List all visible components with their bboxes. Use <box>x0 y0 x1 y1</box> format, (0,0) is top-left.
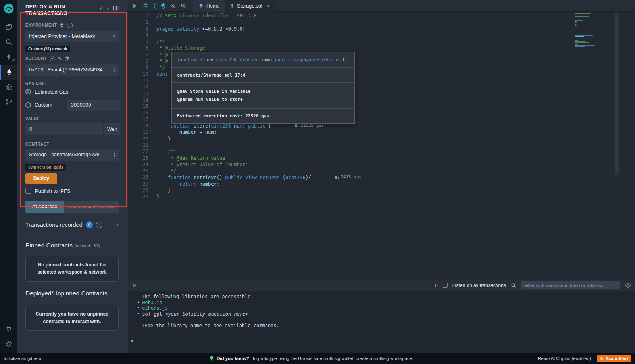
select-carets-icon: ▴▾ <box>115 127 117 132</box>
account-select[interactable]: 0xA03...85ac4 (0.398673504934 ▴▾ <box>25 64 119 76</box>
expand-terminal-icon[interactable] <box>132 283 137 288</box>
panel-chevron-icon[interactable]: › <box>107 5 109 11</box>
panel-title: DEPLOY & RUN TRANSACTIONS <box>25 4 92 17</box>
activity-bar: ✓ <box>0 0 17 353</box>
home-icon <box>198 3 204 8</box>
tooltip-location: contracts/Storage.sol 17:4 <box>172 67 354 82</box>
code-editor[interactable]: 1234567891011121314151617181920212223242… <box>128 12 635 280</box>
terminal-search-icon[interactable] <box>511 283 516 288</box>
compile-success-check-icon: ✓ <box>12 58 15 63</box>
tooltip-signature: function store (uint256 internal num) pu… <box>172 52 354 67</box>
evm-version-badge: evm version: paris <box>25 164 66 171</box>
sign-message-icon[interactable]: ✎ <box>58 56 62 61</box>
value-unit: Wei <box>107 126 115 132</box>
custom-gas-input[interactable] <box>67 100 120 111</box>
panel-divider <box>17 235 128 235</box>
custom-gas-radio[interactable] <box>25 102 31 108</box>
plug-icon[interactable] <box>60 23 64 28</box>
deploy-run-panel: DEPLOY & RUN TRANSACTIONS ✓ › ENVIRONMEN… <box>17 0 128 353</box>
listen-transactions-checkbox[interactable] <box>443 283 448 288</box>
value-unit-select[interactable]: Wei ▴▾ <box>104 123 120 135</box>
chevron-down-icon: ▾ <box>113 34 115 39</box>
settings-icon[interactable] <box>0 336 17 351</box>
pinned-empty-message: No pinned contracts found for selected w… <box>25 256 119 282</box>
transactions-recorded-label: Transactions recorded <box>25 222 83 228</box>
solidity-file-icon <box>230 4 234 8</box>
run-script-icon[interactable] <box>132 3 138 9</box>
tip-bulb-icon <box>210 356 214 361</box>
copy-account-icon[interactable] <box>65 56 69 61</box>
at-address-button[interactable]: At Address <box>25 201 64 213</box>
environment-select[interactable]: Injected Provider - MetaMask ▾ <box>25 31 119 42</box>
environment-info-icon[interactable]: i <box>67 23 73 28</box>
zoom-in-icon[interactable] <box>181 3 187 9</box>
contract-value: Storage - contracts/Storage.sol <box>29 151 114 157</box>
remix-logo[interactable] <box>3 3 15 15</box>
listen-transactions-label: Listen on all transactions <box>452 283 506 288</box>
pinned-contracts-heading: Pinned Contracts (network: 31) <box>25 242 119 249</box>
git-icon[interactable] <box>0 95 17 110</box>
deployed-contracts-heading: Deployed/Unpinned Contracts <box>25 290 119 297</box>
hover-tooltip: function store (uint256 internal num) pu… <box>171 52 355 124</box>
git-init-button[interactable]: Initialize as git repo <box>4 356 42 361</box>
gutter: 1234567891011121314151617181920212223242… <box>128 13 148 200</box>
tab-label: Home <box>206 3 219 9</box>
close-tab-icon[interactable]: × <box>266 3 269 9</box>
publish-ipfs-label: Publish to IPFS <box>35 188 71 194</box>
workspaces-icon[interactable] <box>0 19 17 34</box>
terminal-tx-count: 0 <box>435 283 438 288</box>
tab-storage-sol[interactable]: Storage.sol × <box>225 0 275 12</box>
tip-text: To prototype using the Gnosis safe multi… <box>252 356 414 361</box>
estimated-gas-radio[interactable] <box>25 89 31 94</box>
ai-copilot-icon[interactable] <box>142 2 149 9</box>
add-account-icon[interactable]: + <box>50 56 55 61</box>
minimap[interactable] <box>575 13 597 50</box>
value-label: VALUE <box>25 117 40 121</box>
solidity-compiler-icon[interactable]: ✓ <box>0 50 17 65</box>
account-label: ACCOUNT <box>25 56 47 61</box>
status-bar: Initialize as git repo Did you know? To … <box>0 353 635 364</box>
scam-alert-badge[interactable]: ⚠ Scam Alert <box>597 355 631 362</box>
transactions-count-badge: 0 <box>86 221 93 228</box>
custom-gas-label: Custom <box>35 102 52 108</box>
editor-scrollbar[interactable] <box>615 13 619 175</box>
environment-label: ENVIRONMENT <box>25 23 57 27</box>
terminal-toolbar: 0 Listen on all transactions <box>128 280 635 291</box>
copilot-status[interactable]: RemixAI Copilot (enabled) <box>538 356 591 361</box>
environment-value: Injected Provider - MetaMask <box>29 33 113 39</box>
contract-label: CONTRACT <box>25 142 49 146</box>
terminal-library-link[interactable]: web3.js <box>142 300 162 305</box>
terminal[interactable]: The following libraries are accessible:•… <box>128 291 635 353</box>
zoom-out-icon[interactable] <box>170 3 176 9</box>
copilot-toggle[interactable] <box>154 3 165 9</box>
debugger-icon[interactable] <box>0 80 17 95</box>
at-address-input[interactable] <box>64 201 119 213</box>
pinned-network-label: (network: 31) <box>74 243 100 248</box>
transactions-info-icon[interactable]: i <box>96 222 102 228</box>
plugin-manager-icon[interactable] <box>0 321 17 336</box>
deploy-run-icon[interactable] <box>0 65 17 80</box>
transactions-expand-icon[interactable]: › <box>117 222 119 228</box>
pin-panel-icon[interactable] <box>113 5 119 11</box>
tooltip-gas-cost: Estimated execution cost: 22520 gas <box>172 108 354 123</box>
deploy-button[interactable]: Deploy <box>25 173 57 184</box>
value-input[interactable] <box>25 123 103 135</box>
panel-check-icon: ✓ <box>99 5 104 11</box>
editor-tabbar: Home Storage.sol × <box>128 0 635 12</box>
main-area: Home Storage.sol × 123456789101112131415… <box>128 0 635 353</box>
panel-header: DEPLOY & RUN TRANSACTIONS ✓ › <box>25 0 119 17</box>
search-icon[interactable] <box>0 34 17 50</box>
tab-label: Storage.sol <box>237 3 262 9</box>
publish-ipfs-checkbox[interactable] <box>25 188 31 194</box>
clear-console-icon[interactable] <box>625 282 631 288</box>
contract-select[interactable]: Storage - contracts/Storage.sol ▴▾ <box>25 149 119 161</box>
network-badge: Custom (31) network <box>25 46 70 52</box>
estimated-gas-label: Estimated Gas <box>35 89 68 95</box>
terminal-library-link[interactable]: ethers.js <box>142 305 168 311</box>
terminal-prompt[interactable]: > <box>131 338 635 344</box>
tab-home[interactable]: Home <box>193 0 225 12</box>
deployed-empty-message: Currently you have no unpinned contracts… <box>25 305 119 331</box>
tooltip-docs: @dev Store value in variable @param num … <box>172 82 354 108</box>
account-value: 0xA03...85ac4 (0.398673504934 <box>29 67 114 73</box>
terminal-filter-input[interactable] <box>521 281 620 289</box>
